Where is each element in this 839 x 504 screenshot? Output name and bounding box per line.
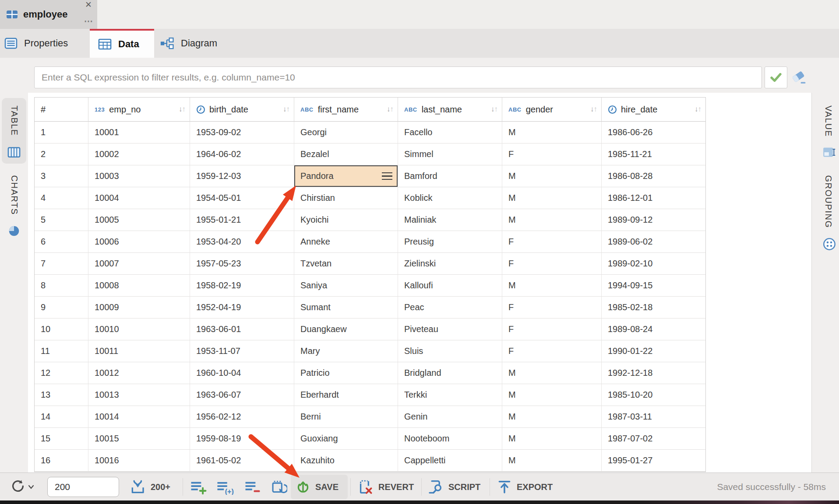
cell-hire_date[interactable]: 1985-11-21 (602, 144, 705, 165)
cell-birth_date[interactable]: 1963-06-07 (190, 384, 294, 406)
tab-properties[interactable]: Properties (0, 29, 90, 58)
cell-hire_date[interactable]: 1994-09-15 (602, 275, 705, 297)
cell-first_name[interactable]: Anneke (294, 231, 398, 253)
apply-filter-button[interactable] (765, 66, 787, 88)
cell-hire_date[interactable]: 1989-09-12 (602, 209, 705, 231)
cell-hire_date[interactable]: 1987-07-02 (602, 428, 705, 450)
export-button[interactable]: EXPORT (497, 473, 553, 501)
close-icon[interactable]: ✕ (85, 0, 92, 9)
cell-gender[interactable]: M (502, 384, 602, 406)
cell-gender[interactable]: M (502, 406, 602, 428)
cell-birth_date[interactable]: 1954-05-01 (190, 187, 294, 209)
cell-emp_no[interactable]: 10015 (88, 428, 190, 450)
cell-rownum[interactable]: 1 (35, 122, 88, 144)
cell-birth_date[interactable]: 1953-11-07 (190, 340, 294, 362)
cell-first_name[interactable]: Patricio (294, 362, 398, 384)
cell-birth_date[interactable]: 1964-06-02 (190, 144, 294, 165)
cell-rownum[interactable]: 3 (35, 165, 88, 187)
sort-arrows-icon[interactable]: ↓↑ (179, 105, 190, 114)
script-button[interactable]: SCRIPT (427, 473, 480, 501)
cell-last_name[interactable]: Simmel (398, 144, 502, 165)
cell-rownum[interactable]: 14 (35, 406, 88, 428)
cell-birth_date[interactable]: 1953-09-02 (190, 122, 294, 144)
cell-emp_no[interactable]: 10005 (88, 209, 190, 231)
fetch-all-button[interactable]: 200+ (130, 473, 170, 501)
cell-hire_date[interactable]: 1989-06-02 (602, 231, 705, 253)
cell-first_name[interactable]: Duangkaew (294, 318, 398, 340)
cell-gender[interactable]: M (502, 362, 602, 384)
cell-emp_no[interactable]: 10001 (88, 122, 190, 144)
sort-arrows-icon[interactable]: ↓↑ (491, 105, 502, 114)
cell-gender[interactable]: F (502, 297, 602, 318)
cell-last_name[interactable]: Facello (398, 122, 502, 144)
cell-birth_date[interactable]: 1959-12-03 (190, 165, 294, 187)
cell-first_name[interactable]: Chirstian (294, 187, 398, 209)
cell-hire_date[interactable]: 1985-02-18 (602, 297, 705, 318)
cell-hire_date[interactable]: 1985-10-20 (602, 384, 705, 406)
sort-arrows-icon[interactable]: ↓↑ (283, 105, 294, 114)
cell-first_name[interactable]: Bezalel (294, 144, 398, 165)
cell-birth_date[interactable]: 1956-02-12 (190, 406, 294, 428)
cell-birth_date[interactable]: 1963-06-01 (190, 318, 294, 340)
cell-last_name[interactable]: Preusig (398, 231, 502, 253)
add-row-button[interactable] (190, 473, 207, 501)
cell-last_name[interactable]: Kalloufi (398, 275, 502, 297)
cell-emp_no[interactable]: 10007 (88, 253, 190, 275)
cell-rownum[interactable]: 13 (35, 384, 88, 406)
cell-gender[interactable]: M (502, 122, 602, 144)
cell-emp_no[interactable]: 10006 (88, 231, 190, 253)
filter-input[interactable] (34, 66, 762, 88)
cell-birth_date[interactable]: 1957-05-23 (190, 253, 294, 275)
cell-first_name[interactable]: Pandora (294, 165, 398, 187)
cell-first_name[interactable]: Mary (294, 340, 398, 362)
cell-emp_no[interactable]: 10011 (88, 340, 190, 362)
cell-emp_no[interactable]: 10008 (88, 275, 190, 297)
cell-emp_no[interactable]: 10013 (88, 384, 190, 406)
cell-rownum[interactable]: 7 (35, 253, 88, 275)
cell-hire_date[interactable]: 1986-06-26 (602, 122, 705, 144)
cell-gender[interactable]: F (502, 231, 602, 253)
cell-birth_date[interactable]: 1952-04-19 (190, 297, 294, 318)
cell-gender[interactable]: F (502, 318, 602, 340)
column-header-first_name[interactable]: ABCfirst_name↓↑ (294, 98, 398, 122)
cell-first_name[interactable]: Sumant (294, 297, 398, 318)
cell-hire_date[interactable]: 1995-01-27 (602, 450, 705, 472)
revert-button[interactable]: REVERT (357, 473, 414, 501)
cell-rownum[interactable]: 2 (35, 144, 88, 165)
cell-emp_no[interactable]: 10010 (88, 318, 190, 340)
column-header-last_name[interactable]: ABClast_name↓↑ (398, 98, 502, 122)
column-header-birth_date[interactable]: birth_date↓↑ (190, 98, 294, 122)
row-limit-input[interactable] (47, 477, 119, 497)
cell-gender[interactable]: M (502, 187, 602, 209)
cell-first_name[interactable]: Berni (294, 406, 398, 428)
panel-tab-charts-label[interactable]: CHARTS (9, 175, 19, 215)
cell-gender[interactable]: M (502, 165, 602, 187)
eraser-icon[interactable] (791, 70, 807, 86)
cell-menu-icon[interactable] (382, 172, 392, 180)
cell-rownum[interactable]: 5 (35, 209, 88, 231)
cell-hire_date[interactable]: 1987-03-11 (602, 406, 705, 428)
editor-tab-employee[interactable]: employee ✕ ⋯ (0, 0, 97, 29)
cell-last_name[interactable]: Nooteboom (398, 428, 502, 450)
column-header-gender[interactable]: ABCgender↓↑ (502, 98, 602, 122)
cell-gender[interactable]: M (502, 275, 602, 297)
cell-hire_date[interactable]: 1989-08-24 (602, 318, 705, 340)
cell-birth_date[interactable]: 1960-10-04 (190, 362, 294, 384)
cell-emp_no[interactable]: 10002 (88, 144, 190, 165)
cell-hire_date[interactable]: 1992-12-18 (602, 362, 705, 384)
panel-tab-value-label[interactable]: VALUE (823, 105, 833, 137)
cell-first_name[interactable]: Tzvetan (294, 253, 398, 275)
refresh-dropdown-button[interactable] (10, 473, 34, 501)
tab-data[interactable]: Data (90, 29, 154, 58)
cell-hire_date[interactable]: 1989-02-10 (602, 253, 705, 275)
cell-gender[interactable]: F (502, 253, 602, 275)
cell-first_name[interactable]: Eberhardt (294, 384, 398, 406)
cell-last_name[interactable]: Zielinski (398, 253, 502, 275)
cell-last_name[interactable]: Bridgland (398, 362, 502, 384)
cell-emp_no[interactable]: 10009 (88, 297, 190, 318)
cell-rownum[interactable]: 16 (35, 450, 88, 472)
cell-last_name[interactable]: Piveteau (398, 318, 502, 340)
cell-gender[interactable]: M (502, 450, 602, 472)
cell-first_name[interactable]: Kazuhito (294, 450, 398, 472)
cell-first_name[interactable]: Kyoichi (294, 209, 398, 231)
